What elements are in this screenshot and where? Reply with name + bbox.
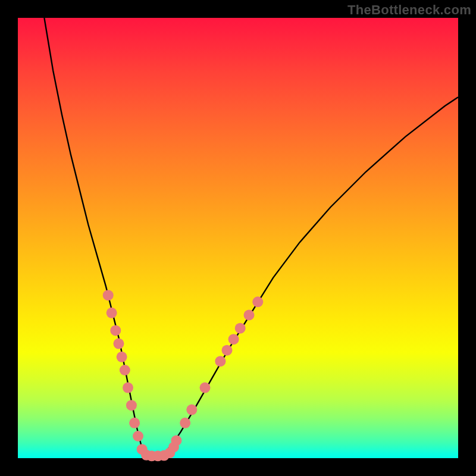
plot-area [18, 18, 458, 458]
chart-frame: TheBottleneck.com [0, 0, 476, 476]
data-dot [117, 352, 127, 362]
data-dot [171, 435, 181, 446]
data-dot [200, 383, 211, 393]
data-dot [180, 418, 190, 428]
bottleneck-curve [44, 18, 458, 456]
data-dot [103, 290, 114, 300]
data-dot [252, 296, 263, 307]
data-dot [133, 431, 143, 441]
data-dot [110, 325, 121, 336]
data-dot [129, 418, 140, 428]
data-dot [222, 345, 233, 356]
chart-svg [18, 18, 458, 458]
data-dot [186, 405, 197, 415]
data-dot [123, 383, 133, 393]
data-dot [107, 308, 117, 318]
data-dot [228, 334, 239, 345]
data-dot [244, 310, 255, 321]
data-dot [120, 365, 130, 375]
data-dot [126, 400, 137, 411]
data-dot [215, 356, 226, 367]
data-dot [113, 339, 124, 349]
watermark-text: TheBottleneck.com [347, 2, 471, 18]
data-dot [235, 323, 246, 334]
